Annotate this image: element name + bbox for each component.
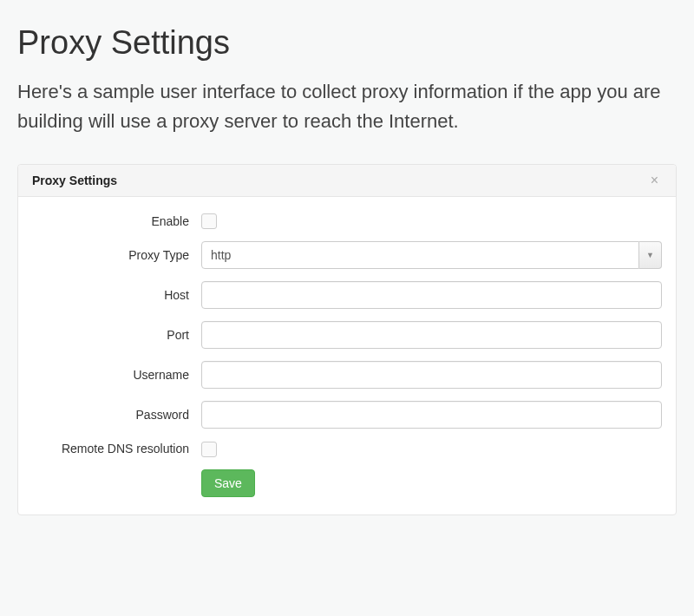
enable-label: Enable [32,214,201,228]
password-label: Password [32,408,201,422]
port-label: Port [32,328,201,342]
panel-body: Enable Proxy Type http ▼ Host Port [18,197,676,514]
enable-checkbox[interactable] [201,213,217,229]
form-row-host: Host [32,281,662,309]
host-input[interactable] [201,281,662,309]
form-row-password: Password [32,401,662,429]
proxy-type-select[interactable]: http ▼ [201,241,662,269]
password-input[interactable] [201,401,662,429]
form-row-proxy-type: Proxy Type http ▼ [32,241,662,269]
form-row-save: Save [32,469,662,497]
form-row-remote-dns: Remote DNS resolution [32,441,662,457]
remote-dns-label: Remote DNS resolution [32,442,201,455]
form-row-port: Port [32,321,662,349]
proxy-type-value[interactable]: http [201,241,639,269]
form-row-username: Username [32,361,662,389]
proxy-settings-panel: Proxy Settings × Enable Proxy Type http … [17,164,677,515]
panel-title: Proxy Settings [32,174,117,187]
page-title: Proxy Settings [17,24,677,62]
username-input[interactable] [201,361,662,389]
host-label: Host [32,288,201,302]
remote-dns-checkbox[interactable] [201,442,217,457]
panel-header: Proxy Settings × [18,165,676,197]
form-row-enable: Enable [32,213,662,229]
save-button[interactable]: Save [201,469,255,497]
proxy-type-label: Proxy Type [32,248,201,262]
close-icon[interactable]: × [647,174,662,187]
chevron-down-icon[interactable]: ▼ [639,241,662,269]
port-input[interactable] [201,321,662,349]
page-description: Here's a sample user interface to collec… [17,77,677,136]
username-label: Username [32,368,201,382]
